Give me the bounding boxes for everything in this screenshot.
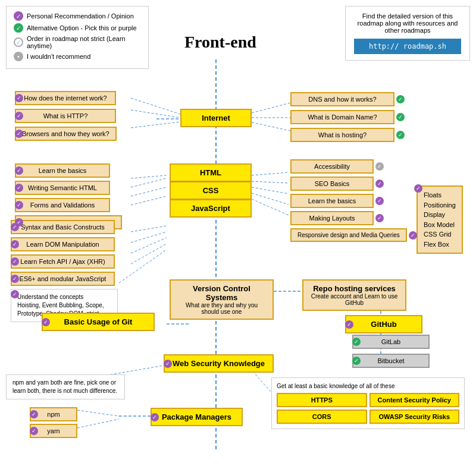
badge-html-2: ✓ xyxy=(15,184,23,192)
badge-npm: ✓ xyxy=(30,410,38,418)
badge-html-right-5: ✓ xyxy=(409,231,417,240)
svg-line-5 xyxy=(252,103,290,113)
badge-html-1: ✓ xyxy=(15,166,23,175)
svg-line-9 xyxy=(131,178,167,187)
badge-internet-right-3: ✓ xyxy=(396,131,405,139)
svg-line-15 xyxy=(252,193,289,204)
badge-pm: ✓ xyxy=(151,413,159,421)
internet-node: Internet xyxy=(180,109,252,127)
gray-outline-icon: ✓ xyxy=(14,37,23,47)
badge-internet-1: ✓ xyxy=(15,94,23,102)
html-right-4: Making Layouts xyxy=(290,211,374,225)
security-https: HTTPS xyxy=(277,393,367,407)
svg-line-10 xyxy=(131,187,167,196)
badge-internet-3: ✓ xyxy=(15,130,23,138)
badge-js-4: ✓ xyxy=(11,275,19,283)
html-right-3: Learn the basics xyxy=(290,194,374,208)
github-node: GitHub xyxy=(345,315,422,333)
svg-line-12 xyxy=(252,172,289,175)
legend: ✓ Personal Recommendation / Opinion ✓ Al… xyxy=(6,6,149,69)
svg-line-30 xyxy=(77,419,119,428)
svg-line-3 xyxy=(131,110,180,118)
legend-item-purple: ✓ Personal Recommendation / Opinion xyxy=(14,11,141,21)
badge-css-extra: ✓ xyxy=(414,184,422,193)
security-knowledge-box: Get at least a basic knowledge of all of… xyxy=(271,377,465,429)
package-managers-node: Package Managers xyxy=(151,408,243,426)
web-security-node: Web Security Knowledge xyxy=(164,354,274,373)
badge-js-3: ✓ xyxy=(11,257,19,266)
svg-line-18 xyxy=(131,232,167,243)
badge-bitbucket: ✓ xyxy=(352,357,361,365)
gitlab-node: GitLab xyxy=(352,335,430,349)
html-right-1: Accessibility xyxy=(290,159,374,174)
legend-item-green: ✓ Alternative Option - Pick this or purp… xyxy=(14,23,141,33)
legend-item-gray-outline: ✓ Order in roadmap not strict (Learn any… xyxy=(14,35,141,49)
html-left-1: Learn the basics xyxy=(15,163,110,178)
security-cors: CORS xyxy=(277,410,367,424)
badge-html-right-4: ✓ xyxy=(375,214,384,222)
svg-line-17 xyxy=(131,226,167,232)
badge-js-1: ✓ xyxy=(11,223,19,231)
badge-html-right-2: ✓ xyxy=(375,180,384,188)
css-node: CSS xyxy=(170,181,252,200)
purple-check-icon: ✓ xyxy=(14,11,23,21)
html-left-3: Forms and Validations xyxy=(15,198,110,212)
javascript-node: JavaScript xyxy=(170,199,252,218)
security-csp: Content Security Policy xyxy=(369,393,460,407)
svg-line-16 xyxy=(252,199,289,215)
js-left-2: Learn DOM Manipulation xyxy=(11,237,115,251)
svg-line-4 xyxy=(131,122,180,128)
internet-right-1: DNS and how it works? xyxy=(290,92,394,106)
badge-js-adv: ✓ xyxy=(11,290,19,298)
js-left-4: ES6+ and modular JavaScript xyxy=(11,272,115,286)
roadmap-url[interactable]: http:// roadmap.sh xyxy=(354,39,461,54)
js-left-3: Learn Fetch API / Ajax (XHR) xyxy=(11,254,115,269)
security-grid: HTTPS Content Security Policy CORS OWASP… xyxy=(277,393,459,424)
svg-line-20 xyxy=(131,244,167,264)
badge-gitlab: ✓ xyxy=(352,338,361,346)
internet-left-3: Browsers and how they work? xyxy=(15,127,117,141)
html-right-2: SEO Basics xyxy=(290,177,374,191)
basic-git-node: Basic Usage of Git xyxy=(42,313,155,331)
svg-line-2 xyxy=(131,98,180,114)
green-check-icon: ✓ xyxy=(14,23,23,33)
html-right-5: Responsive design and Media Queries xyxy=(290,228,407,242)
repo-node: Repo hosting services Create account and… xyxy=(302,279,406,311)
svg-line-13 xyxy=(252,181,289,183)
css-extra-box: Floats Positioning Display Box Model CSS… xyxy=(416,185,463,254)
page-title: Front-end xyxy=(184,33,256,52)
badge-yarn: ✓ xyxy=(30,427,38,435)
svg-line-14 xyxy=(252,187,289,194)
html-left-2: Writing Semantic HTML xyxy=(15,181,110,195)
badge-html-right-1: ✓ xyxy=(375,162,384,171)
badge-js-2: ✓ xyxy=(11,240,19,248)
info-box: Find the detailed version of this roadma… xyxy=(345,6,470,61)
badge-internet-right-2: ✓ xyxy=(396,113,405,121)
badge-html-right-3: ✓ xyxy=(375,197,384,205)
npm-note: npm and yarn both are fine, pick one or … xyxy=(6,374,125,399)
svg-line-11 xyxy=(131,196,167,205)
internet-right-2: What is Domain Name? xyxy=(290,110,394,124)
svg-line-21 xyxy=(119,250,167,283)
bitbucket-node: Bitbucket xyxy=(352,354,430,368)
svg-line-8 xyxy=(131,175,167,178)
badge-html-3: ✓ xyxy=(15,201,23,209)
badge-security: ✓ xyxy=(164,360,172,368)
security-owasp: OWASP Security Risks xyxy=(369,410,460,424)
gray-dot-icon: • xyxy=(14,52,23,61)
svg-line-7 xyxy=(252,122,290,131)
internet-left-1: How does the internet work? xyxy=(15,91,116,105)
internet-left-2: What is HTTP? xyxy=(15,109,116,123)
svg-line-29 xyxy=(77,410,119,416)
html-node: HTML xyxy=(170,163,252,182)
legend-item-gray: • I wouldn't recommend xyxy=(14,52,141,61)
badge-github: ✓ xyxy=(345,320,353,329)
svg-line-19 xyxy=(131,238,167,253)
js-left-1: Syntax and Basic Constructs xyxy=(11,220,115,234)
internet-right-3: What is hosting? xyxy=(290,128,394,142)
badge-internet-2: ✓ xyxy=(15,112,23,120)
vcs-node: Version Control Systems What are they an… xyxy=(170,279,274,320)
badge-internet-right-1: ✓ xyxy=(396,95,405,103)
badge-git: ✓ xyxy=(42,318,50,326)
